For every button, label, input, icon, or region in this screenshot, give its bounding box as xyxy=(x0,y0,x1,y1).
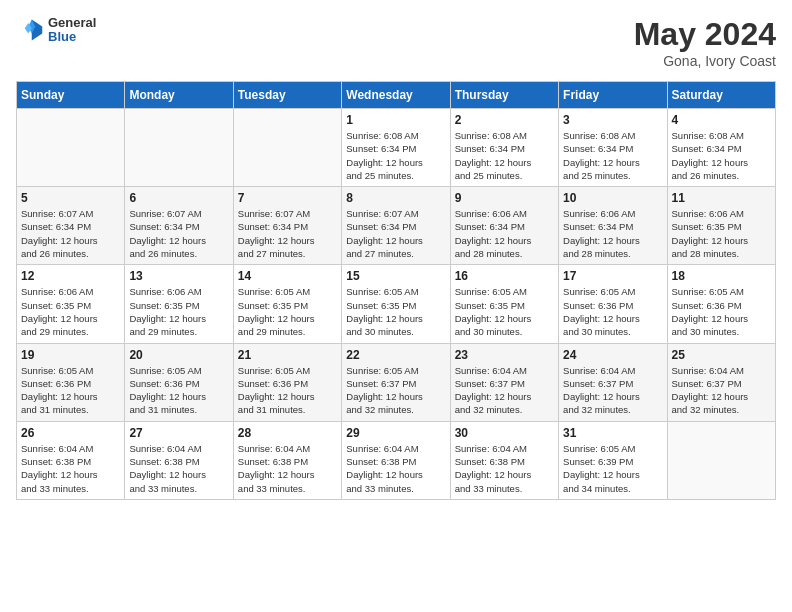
calendar-cell: 21Sunrise: 6:05 AM Sunset: 6:36 PM Dayli… xyxy=(233,343,341,421)
day-number: 1 xyxy=(346,113,445,127)
calendar-cell: 4Sunrise: 6:08 AM Sunset: 6:34 PM Daylig… xyxy=(667,109,775,187)
day-info: Sunrise: 6:04 AM Sunset: 6:37 PM Dayligh… xyxy=(455,364,554,417)
day-info: Sunrise: 6:07 AM Sunset: 6:34 PM Dayligh… xyxy=(129,207,228,260)
day-number: 3 xyxy=(563,113,662,127)
calendar-cell: 8Sunrise: 6:07 AM Sunset: 6:34 PM Daylig… xyxy=(342,187,450,265)
calendar-cell: 31Sunrise: 6:05 AM Sunset: 6:39 PM Dayli… xyxy=(559,421,667,499)
weekday-header: Wednesday xyxy=(342,82,450,109)
day-number: 18 xyxy=(672,269,771,283)
calendar-cell: 1Sunrise: 6:08 AM Sunset: 6:34 PM Daylig… xyxy=(342,109,450,187)
day-info: Sunrise: 6:08 AM Sunset: 6:34 PM Dayligh… xyxy=(455,129,554,182)
day-number: 22 xyxy=(346,348,445,362)
calendar-cell: 18Sunrise: 6:05 AM Sunset: 6:36 PM Dayli… xyxy=(667,265,775,343)
calendar-cell: 13Sunrise: 6:06 AM Sunset: 6:35 PM Dayli… xyxy=(125,265,233,343)
calendar-row: 19Sunrise: 6:05 AM Sunset: 6:36 PM Dayli… xyxy=(17,343,776,421)
day-number: 30 xyxy=(455,426,554,440)
calendar-body: 1Sunrise: 6:08 AM Sunset: 6:34 PM Daylig… xyxy=(17,109,776,500)
day-number: 8 xyxy=(346,191,445,205)
day-number: 13 xyxy=(129,269,228,283)
calendar-cell: 29Sunrise: 6:04 AM Sunset: 6:38 PM Dayli… xyxy=(342,421,450,499)
calendar-cell: 2Sunrise: 6:08 AM Sunset: 6:34 PM Daylig… xyxy=(450,109,558,187)
day-number: 25 xyxy=(672,348,771,362)
logo-line2: Blue xyxy=(48,30,96,44)
day-info: Sunrise: 6:06 AM Sunset: 6:35 PM Dayligh… xyxy=(21,285,120,338)
day-info: Sunrise: 6:04 AM Sunset: 6:37 PM Dayligh… xyxy=(672,364,771,417)
weekday-header: Tuesday xyxy=(233,82,341,109)
day-info: Sunrise: 6:08 AM Sunset: 6:34 PM Dayligh… xyxy=(672,129,771,182)
day-number: 2 xyxy=(455,113,554,127)
day-info: Sunrise: 6:06 AM Sunset: 6:35 PM Dayligh… xyxy=(129,285,228,338)
day-number: 29 xyxy=(346,426,445,440)
calendar-cell: 26Sunrise: 6:04 AM Sunset: 6:38 PM Dayli… xyxy=(17,421,125,499)
calendar-cell xyxy=(667,421,775,499)
logo: General Blue xyxy=(16,16,96,45)
weekday-header: Sunday xyxy=(17,82,125,109)
calendar-cell: 7Sunrise: 6:07 AM Sunset: 6:34 PM Daylig… xyxy=(233,187,341,265)
day-number: 9 xyxy=(455,191,554,205)
title-block: May 2024 Gona, Ivory Coast xyxy=(634,16,776,69)
day-info: Sunrise: 6:05 AM Sunset: 6:37 PM Dayligh… xyxy=(346,364,445,417)
calendar-row: 12Sunrise: 6:06 AM Sunset: 6:35 PM Dayli… xyxy=(17,265,776,343)
calendar-cell: 19Sunrise: 6:05 AM Sunset: 6:36 PM Dayli… xyxy=(17,343,125,421)
day-number: 20 xyxy=(129,348,228,362)
calendar-cell: 20Sunrise: 6:05 AM Sunset: 6:36 PM Dayli… xyxy=(125,343,233,421)
calendar-cell: 10Sunrise: 6:06 AM Sunset: 6:34 PM Dayli… xyxy=(559,187,667,265)
day-info: Sunrise: 6:06 AM Sunset: 6:34 PM Dayligh… xyxy=(563,207,662,260)
day-info: Sunrise: 6:06 AM Sunset: 6:35 PM Dayligh… xyxy=(672,207,771,260)
weekday-header: Monday xyxy=(125,82,233,109)
calendar-cell: 14Sunrise: 6:05 AM Sunset: 6:35 PM Dayli… xyxy=(233,265,341,343)
calendar-cell: 22Sunrise: 6:05 AM Sunset: 6:37 PM Dayli… xyxy=(342,343,450,421)
day-info: Sunrise: 6:05 AM Sunset: 6:35 PM Dayligh… xyxy=(238,285,337,338)
day-info: Sunrise: 6:04 AM Sunset: 6:38 PM Dayligh… xyxy=(238,442,337,495)
logo-line1: General xyxy=(48,16,96,30)
day-info: Sunrise: 6:04 AM Sunset: 6:38 PM Dayligh… xyxy=(21,442,120,495)
day-info: Sunrise: 6:05 AM Sunset: 6:35 PM Dayligh… xyxy=(346,285,445,338)
calendar-cell: 30Sunrise: 6:04 AM Sunset: 6:38 PM Dayli… xyxy=(450,421,558,499)
day-number: 28 xyxy=(238,426,337,440)
calendar-cell: 12Sunrise: 6:06 AM Sunset: 6:35 PM Dayli… xyxy=(17,265,125,343)
weekday-header: Thursday xyxy=(450,82,558,109)
day-number: 19 xyxy=(21,348,120,362)
day-info: Sunrise: 6:05 AM Sunset: 6:36 PM Dayligh… xyxy=(563,285,662,338)
day-number: 6 xyxy=(129,191,228,205)
day-number: 10 xyxy=(563,191,662,205)
day-info: Sunrise: 6:04 AM Sunset: 6:38 PM Dayligh… xyxy=(129,442,228,495)
day-number: 16 xyxy=(455,269,554,283)
calendar-cell: 5Sunrise: 6:07 AM Sunset: 6:34 PM Daylig… xyxy=(17,187,125,265)
logo-icon xyxy=(16,16,44,44)
day-number: 11 xyxy=(672,191,771,205)
calendar-cell xyxy=(233,109,341,187)
weekday-header: Saturday xyxy=(667,82,775,109)
day-info: Sunrise: 6:05 AM Sunset: 6:36 PM Dayligh… xyxy=(672,285,771,338)
weekday-row: SundayMondayTuesdayWednesdayThursdayFrid… xyxy=(17,82,776,109)
day-info: Sunrise: 6:05 AM Sunset: 6:35 PM Dayligh… xyxy=(455,285,554,338)
location: Gona, Ivory Coast xyxy=(634,53,776,69)
calendar-row: 1Sunrise: 6:08 AM Sunset: 6:34 PM Daylig… xyxy=(17,109,776,187)
day-info: Sunrise: 6:05 AM Sunset: 6:36 PM Dayligh… xyxy=(238,364,337,417)
calendar-table: SundayMondayTuesdayWednesdayThursdayFrid… xyxy=(16,81,776,500)
page-header: General Blue May 2024 Gona, Ivory Coast xyxy=(16,16,776,69)
day-number: 21 xyxy=(238,348,337,362)
day-number: 17 xyxy=(563,269,662,283)
day-info: Sunrise: 6:05 AM Sunset: 6:36 PM Dayligh… xyxy=(129,364,228,417)
day-number: 27 xyxy=(129,426,228,440)
day-number: 23 xyxy=(455,348,554,362)
day-number: 7 xyxy=(238,191,337,205)
calendar-cell: 25Sunrise: 6:04 AM Sunset: 6:37 PM Dayli… xyxy=(667,343,775,421)
day-info: Sunrise: 6:04 AM Sunset: 6:38 PM Dayligh… xyxy=(346,442,445,495)
calendar-cell: 17Sunrise: 6:05 AM Sunset: 6:36 PM Dayli… xyxy=(559,265,667,343)
calendar-row: 5Sunrise: 6:07 AM Sunset: 6:34 PM Daylig… xyxy=(17,187,776,265)
day-info: Sunrise: 6:05 AM Sunset: 6:39 PM Dayligh… xyxy=(563,442,662,495)
day-number: 14 xyxy=(238,269,337,283)
day-info: Sunrise: 6:06 AM Sunset: 6:34 PM Dayligh… xyxy=(455,207,554,260)
calendar-cell: 23Sunrise: 6:04 AM Sunset: 6:37 PM Dayli… xyxy=(450,343,558,421)
calendar-row: 26Sunrise: 6:04 AM Sunset: 6:38 PM Dayli… xyxy=(17,421,776,499)
calendar-cell: 6Sunrise: 6:07 AM Sunset: 6:34 PM Daylig… xyxy=(125,187,233,265)
day-number: 26 xyxy=(21,426,120,440)
day-info: Sunrise: 6:05 AM Sunset: 6:36 PM Dayligh… xyxy=(21,364,120,417)
calendar-cell: 28Sunrise: 6:04 AM Sunset: 6:38 PM Dayli… xyxy=(233,421,341,499)
calendar-cell: 11Sunrise: 6:06 AM Sunset: 6:35 PM Dayli… xyxy=(667,187,775,265)
calendar-cell: 27Sunrise: 6:04 AM Sunset: 6:38 PM Dayli… xyxy=(125,421,233,499)
day-info: Sunrise: 6:08 AM Sunset: 6:34 PM Dayligh… xyxy=(346,129,445,182)
month-year: May 2024 xyxy=(634,16,776,53)
